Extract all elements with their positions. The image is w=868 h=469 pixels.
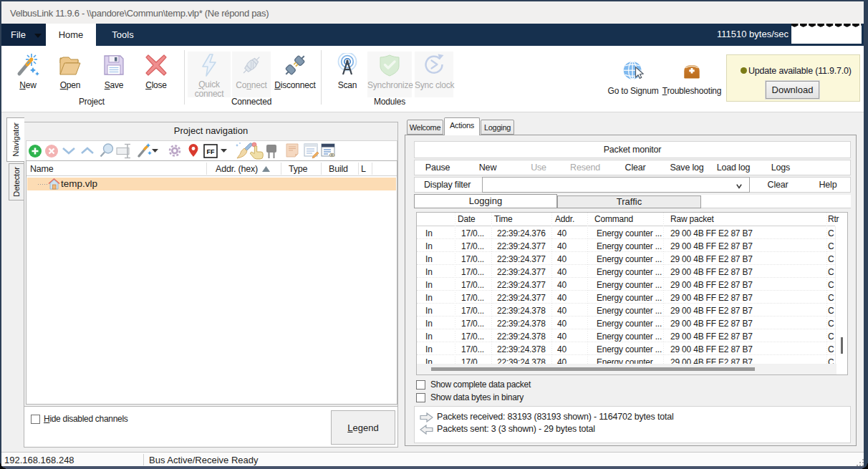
svg-text:FF: FF <box>207 148 215 155</box>
